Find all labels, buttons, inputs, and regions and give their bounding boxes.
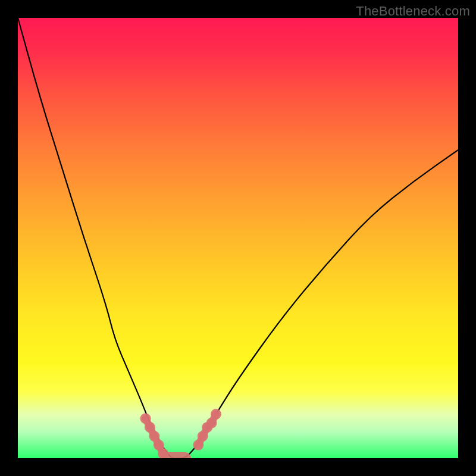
curve-svg: [18, 18, 458, 458]
svg-line-8: [159, 445, 163, 454]
plot-area: [18, 18, 458, 458]
chart-frame: TheBottleneck.com: [0, 0, 476, 476]
watermark-text: TheBottleneck.com: [356, 4, 470, 19]
svg-line-17: [212, 414, 216, 423]
